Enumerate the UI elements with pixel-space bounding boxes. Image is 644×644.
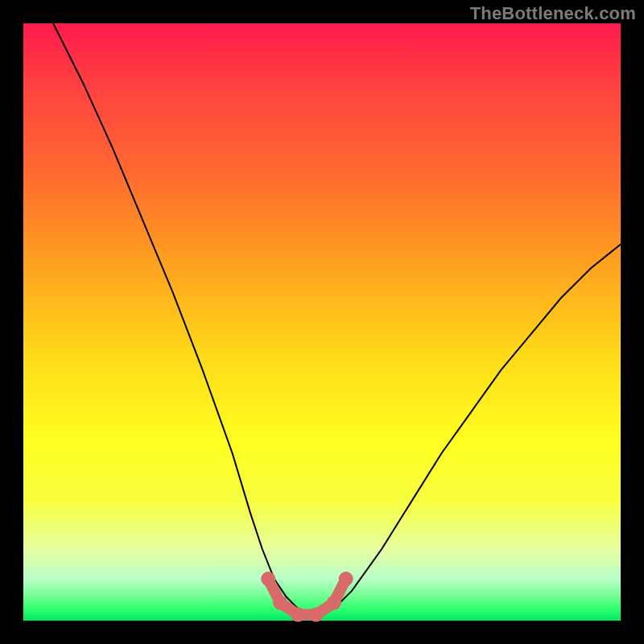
optimal-dot — [261, 572, 275, 586]
chart-frame: TheBottleneck.com — [0, 0, 644, 644]
bottleneck-curve — [53, 23, 621, 615]
curve-svg — [23, 23, 621, 621]
optimal-dot — [291, 608, 305, 622]
optimal-dot — [339, 572, 353, 586]
optimal-dot — [309, 608, 324, 622]
plot-area — [23, 23, 621, 621]
optimal-dot — [327, 596, 341, 610]
optimal-dot — [273, 596, 287, 610]
watermark-text: TheBottleneck.com — [470, 3, 636, 24]
